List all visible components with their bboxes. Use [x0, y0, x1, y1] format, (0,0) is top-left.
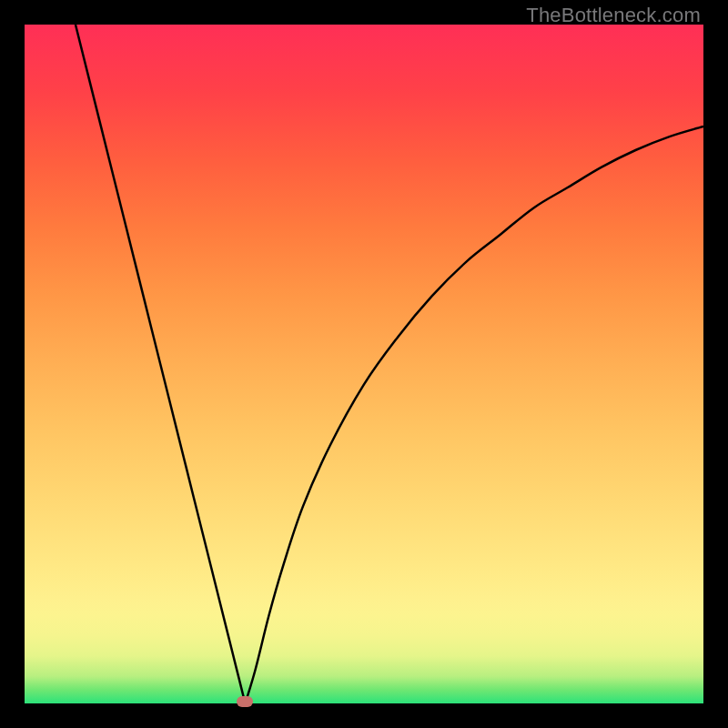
plot-area: [25, 25, 703, 703]
curve-path: [76, 25, 703, 703]
bottleneck-curve: [25, 25, 703, 703]
watermark-text: TheBottleneck.com: [526, 4, 701, 27]
optimal-point-marker: [237, 696, 253, 707]
chart-frame: TheBottleneck.com: [0, 0, 728, 728]
